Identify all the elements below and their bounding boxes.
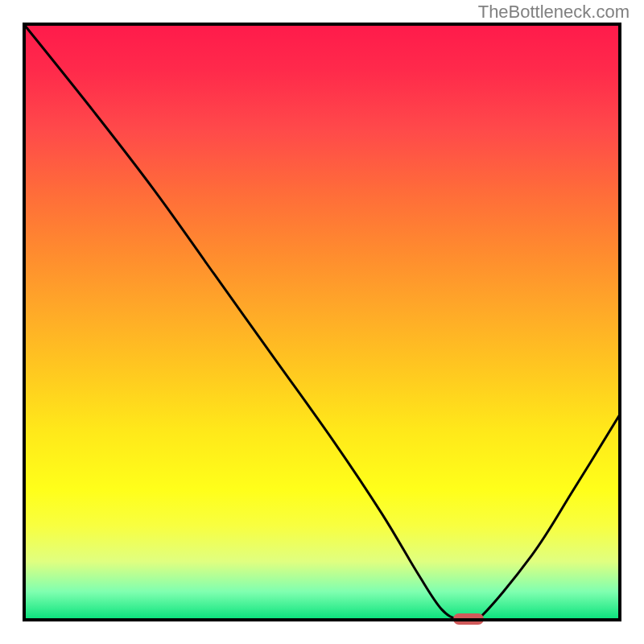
watermark-text: TheBottleneck.com <box>478 2 630 23</box>
chart-area <box>23 23 621 621</box>
optimal-marker <box>453 613 484 625</box>
gradient-background <box>23 23 621 621</box>
